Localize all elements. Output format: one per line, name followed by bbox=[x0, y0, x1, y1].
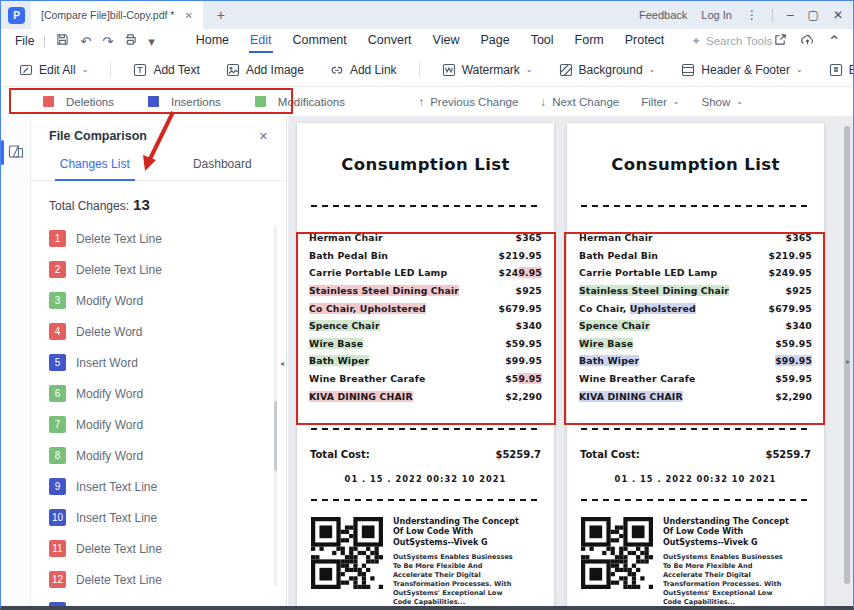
bates-number-icon bbox=[829, 63, 843, 77]
legend-bar: DeletionsInsertionsModifications ↑ Previ… bbox=[1, 87, 853, 116]
menu-tab-edit[interactable]: Edit bbox=[249, 30, 273, 53]
document-tab[interactable]: [Compare File]bill-Copy.pdf * ✕ bbox=[31, 1, 203, 29]
page-modified: Consumption List Herman Chair$365Bath Pe… bbox=[567, 123, 824, 610]
panel-collapse-icon[interactable]: ◂ bbox=[280, 359, 284, 368]
header-footer-button[interactable]: Header & Footer⌄ bbox=[681, 63, 802, 77]
kebab-menu-icon[interactable]: ⋮ bbox=[746, 8, 758, 22]
sidebar-scrollbar-thumb[interactable] bbox=[274, 401, 277, 471]
login-link[interactable]: Log In bbox=[701, 9, 732, 21]
cloud-upload-icon[interactable] bbox=[800, 32, 815, 50]
left-icon-strip bbox=[1, 116, 31, 606]
change-item-3[interactable]: 3Modify Word bbox=[31, 285, 286, 316]
item-row: Bath Pedal Bin$219.95 bbox=[579, 247, 812, 265]
chevron-down-icon: ⌄ bbox=[673, 97, 680, 106]
previous-change-button[interactable]: ↑ Previous Change bbox=[418, 96, 518, 108]
change-item-10[interactable]: 10Insert Text Line bbox=[31, 502, 286, 533]
add-image-button[interactable]: Add Image bbox=[226, 63, 304, 77]
main-area: File Comparison ✕ Changes ListDashboard … bbox=[1, 116, 853, 606]
menu-tab-form[interactable]: Form bbox=[574, 30, 605, 53]
background-button[interactable]: Background⌄ bbox=[559, 63, 656, 77]
chevron-down-icon: ⌄ bbox=[736, 97, 743, 106]
redo-icon[interactable]: ↷ bbox=[102, 35, 113, 48]
change-number-badge: 1 bbox=[49, 230, 66, 247]
change-item-8[interactable]: 8Modify Word bbox=[31, 440, 286, 471]
item-price: $925 bbox=[516, 285, 542, 296]
change-item-12[interactable]: 12Delete Text Line bbox=[31, 564, 286, 595]
file-comparison-icon[interactable] bbox=[7, 142, 25, 164]
item-row: Bath Wiper$99.95 bbox=[309, 352, 542, 370]
minimize-button[interactable]: – bbox=[787, 8, 794, 22]
change-item-13[interactable]: 13Insert Text Line bbox=[31, 595, 286, 610]
toolbar-button-label: Add Link bbox=[350, 63, 397, 77]
item-name: Bath Wiper bbox=[309, 355, 369, 366]
change-item-9[interactable]: 9Insert Text Line bbox=[31, 471, 286, 502]
menu-tab-page[interactable]: Page bbox=[479, 30, 510, 53]
tab-close-icon[interactable]: ✕ bbox=[184, 10, 192, 21]
file-menu[interactable]: File bbox=[15, 34, 34, 48]
item-price: $365 bbox=[786, 232, 812, 243]
panel-tab-changes-list[interactable]: Changes List bbox=[31, 157, 159, 180]
maximize-button[interactable]: ▢ bbox=[808, 8, 819, 22]
toolbar-divider bbox=[419, 62, 420, 78]
item-row: Bath Wiper$99.95 bbox=[579, 352, 812, 370]
panel-close-icon[interactable]: ✕ bbox=[259, 130, 268, 143]
item-name: Bath Pedal Bin bbox=[579, 250, 658, 261]
more-tools-icon[interactable]: ▾ bbox=[148, 35, 155, 48]
toolbar-divider bbox=[110, 62, 111, 78]
save-icon[interactable] bbox=[56, 32, 69, 50]
change-item-2[interactable]: 2Delete Text Line bbox=[31, 254, 286, 285]
menu-tab-view[interactable]: View bbox=[432, 30, 461, 53]
change-item-4[interactable]: 4Delete Word bbox=[31, 316, 286, 347]
watermark-button[interactable]: Watermark⌄ bbox=[442, 63, 533, 77]
menu-tab-convert[interactable]: Convert bbox=[367, 30, 413, 53]
filter-dropdown[interactable]: Filter ⌄ bbox=[641, 96, 679, 108]
legend-swatch-del bbox=[43, 96, 54, 107]
menu-tab-tool[interactable]: Tool bbox=[530, 30, 555, 53]
search-tools[interactable]: ✦ Search Tools bbox=[691, 34, 772, 48]
item-row: Wire Base$59.95 bbox=[309, 335, 542, 353]
add-link-button[interactable]: Add Link bbox=[330, 63, 397, 77]
total-cost-value: $5259.7 bbox=[495, 449, 541, 460]
item-price: $340 bbox=[516, 320, 542, 331]
change-item-label: Insert Text Line bbox=[76, 604, 157, 610]
item-name: Stainless Steel Dining Chair bbox=[579, 285, 729, 296]
collapse-toolbar-icon[interactable]: ⌃ bbox=[828, 32, 841, 51]
add-text-button[interactable]: Add Text bbox=[133, 63, 199, 77]
panel-expand-icon[interactable]: ▸ bbox=[846, 357, 850, 366]
new-tab-button[interactable]: + bbox=[217, 7, 225, 23]
change-item-label: Delete Text Line bbox=[76, 542, 162, 556]
change-item-label: Modify Word bbox=[76, 418, 143, 432]
change-item-1[interactable]: 1Delete Text Line bbox=[31, 223, 286, 254]
feedback-link[interactable]: Feedback bbox=[639, 9, 687, 21]
change-item-7[interactable]: 7Modify Word bbox=[31, 409, 286, 440]
share-icon[interactable] bbox=[774, 32, 787, 50]
menu-tab-protect[interactable]: Protect bbox=[624, 30, 666, 53]
bates-number-button[interactable]: Bates Number⌄ bbox=[829, 63, 854, 77]
item-row: Stainless Steel Dining Chair$925 bbox=[309, 282, 542, 300]
change-item-11[interactable]: 11Delete Text Line bbox=[31, 533, 286, 564]
item-name: Spence Chair bbox=[579, 320, 650, 331]
change-navigation: ↑ Previous Change ↓ Next Change Filter ⌄… bbox=[418, 96, 853, 108]
print-icon[interactable] bbox=[124, 32, 137, 50]
toolbar-button-label: Background bbox=[579, 63, 643, 77]
menu-tab-comment[interactable]: Comment bbox=[292, 30, 348, 53]
item-list: Herman Chair$365Bath Pedal Bin$219.95Car… bbox=[567, 229, 824, 405]
change-item-5[interactable]: 5Insert Word bbox=[31, 347, 286, 378]
page-original: Consumption List Herman Chair$365Bath Pe… bbox=[297, 123, 554, 610]
document-scrollbar-thumb[interactable] bbox=[844, 126, 850, 584]
undo-icon[interactable]: ↶ bbox=[80, 35, 91, 48]
next-change-button[interactable]: ↓ Next Change bbox=[540, 96, 619, 108]
close-button[interactable]: ✕ bbox=[833, 8, 843, 22]
item-price: $365 bbox=[516, 232, 542, 243]
show-dropdown[interactable]: Show ⌄ bbox=[702, 96, 743, 108]
item-row: Carrie Portable LED Lamp$249.95 bbox=[309, 264, 542, 282]
item-price: $249.95 bbox=[499, 267, 542, 278]
file-comparison-panel: File Comparison ✕ Changes ListDashboard … bbox=[31, 116, 287, 606]
change-item-6[interactable]: 6Modify Word bbox=[31, 378, 286, 409]
panel-tab-dashboard[interactable]: Dashboard bbox=[159, 157, 287, 180]
toolbar-button-label: Header & Footer bbox=[701, 63, 790, 77]
item-row: Wine Breather Carafe$59.95 bbox=[579, 370, 812, 388]
toolbar-button-label: Bates Number bbox=[849, 63, 854, 77]
menu-tab-home[interactable]: Home bbox=[195, 30, 230, 53]
edit-all-button[interactable]: Edit All⌄ bbox=[19, 63, 88, 77]
